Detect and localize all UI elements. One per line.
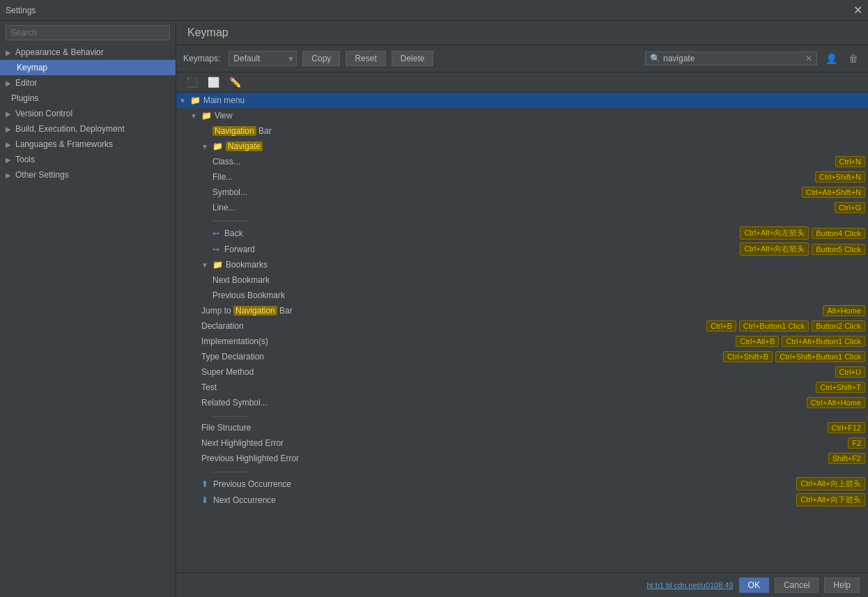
tree-label-prev-highlighted-error: Previous Highlighted Error <box>201 453 299 463</box>
shortcut-badge-decl-2: Ctrl+Button1 Click <box>739 320 809 332</box>
shortcut-badge-nexterr-1: F2 <box>848 437 865 449</box>
clear-search-icon[interactable]: ✕ <box>805 54 812 63</box>
tree-cell-line: Line... <box>212 203 835 212</box>
tree-label-test: Test <box>201 382 217 392</box>
expand-all-button[interactable]: ⬛ <box>183 75 201 89</box>
tree-shortcut-related-symbol: Ctrl+Alt+Home <box>807 397 865 408</box>
tree-row-symbol[interactable]: Symbol... Ctrl+Alt+Shift+N <box>176 185 868 200</box>
panel-title: Keymap <box>176 21 868 45</box>
tree-row-sep2: -------------- <box>176 410 868 420</box>
tree-label-declaration: Declaration <box>201 321 244 331</box>
expand-arrow-view: ▼ <box>190 112 197 120</box>
help-button[interactable]: Help <box>824 577 860 593</box>
collapse-all-button[interactable]: ⬜ <box>205 75 222 89</box>
tree-row-navigation-bar[interactable]: Navigation Bar <box>176 123 868 139</box>
keymap-icon-row: ⬛ ⬜ ✏️ <box>176 72 868 93</box>
tree-shortcut-file: Ctrl+Shift+N <box>815 171 865 183</box>
sidebar-item-editor[interactable]: ▶ Editor <box>0 75 176 91</box>
search-input[interactable] <box>663 54 803 63</box>
tree-row-file[interactable]: File... Ctrl+Shift+N <box>176 169 868 185</box>
tree-row-file-structure[interactable]: File Structure Ctrl+F12 <box>176 420 868 435</box>
edit-shortcut-button[interactable]: ✏️ <box>226 75 244 89</box>
shortcut-badge-prevocc-1: Ctrl+Alt+向上箭头 <box>796 477 865 490</box>
tree-row-prev-bookmark[interactable]: Previous Bookmark <box>176 288 868 303</box>
tree-row-implementation[interactable]: Implementation(s) Ctrl+Alt+B Ctrl+Alt+Bu… <box>176 334 868 349</box>
main-panel: Keymap Keymaps: Default Eclipse Emacs Ne… <box>176 21 868 597</box>
sidebar-item-build[interactable]: ▶ Build, Execution, Deployment <box>0 121 176 137</box>
shortcut-badge-decl-1: Ctrl+B <box>706 320 736 332</box>
sidebar-item-tools[interactable]: ▶ Tools <box>0 152 176 167</box>
shortcut-badge-class-1: Ctrl+N <box>835 156 865 167</box>
tree-shortcut-declaration: Ctrl+B Ctrl+Button1 Click Button2 Click <box>706 320 865 332</box>
tree-label-implementation: Implementation(s) <box>201 336 268 346</box>
folder-icon-main-menu: 📁 <box>190 95 201 105</box>
tree-cell-related-symbol: Related Symbol... <box>201 398 807 408</box>
sidebar-label-version-control: Version Control <box>15 109 170 118</box>
tree-shortcut-test: Ctrl+Shift+T <box>816 382 865 393</box>
keymap-select[interactable]: Default Eclipse Emacs NetBeans Visual St… <box>228 51 297 66</box>
shortcut-badge-symbol-1: Ctrl+Alt+Shift+N <box>802 187 865 198</box>
tree-label-forward: Forward <box>224 245 255 254</box>
tree-row-related-symbol[interactable]: Related Symbol... Ctrl+Alt+Home <box>176 395 868 410</box>
tree-row-type-declaration[interactable]: Type Declaration Ctrl+Shift+B Ctrl+Shift… <box>176 349 868 364</box>
sidebar-item-version-control[interactable]: ▶ Version Control <box>0 106 176 121</box>
tree-row-line[interactable]: Line... Ctrl+G <box>176 200 868 215</box>
shortcut-badge-preverr-1: Shift+F2 <box>828 453 865 464</box>
shortcut-badge-back-2: Button4 Click <box>812 228 865 239</box>
sidebar-item-appearance[interactable]: ▶ Appearance & Behavior <box>0 45 176 60</box>
sidebar-label-appearance: Appearance & Behavior <box>15 47 170 57</box>
sidebar-item-languages[interactable]: ▶ Languages & Frameworks <box>0 137 176 152</box>
delete-icon[interactable]: 🗑 <box>846 52 861 65</box>
sidebar-item-keymap[interactable]: Keymap <box>0 60 176 75</box>
sidebar: ▶ Appearance & Behavior Keymap ▶ Editor … <box>0 21 176 597</box>
sidebar-label-editor: Editor <box>15 78 170 88</box>
tree-label-line: Line... <box>212 203 235 212</box>
tree-container: ▼ 📁 Main menu ▼ 📁 View Nav <box>176 93 868 573</box>
back-icon: ↩ <box>212 228 219 238</box>
ok-button[interactable]: OK <box>739 577 769 593</box>
sidebar-label-plugins: Plugins <box>11 93 170 103</box>
tree-row-class[interactable]: Class... Ctrl+N <box>176 154 868 169</box>
tree-shortcut-type-declaration: Ctrl+Shift+B Ctrl+Shift+Button1 Click <box>723 351 865 362</box>
tree-row-back[interactable]: ↩ Back Ctrl+Alt+向左箭头 Button4 Click <box>176 225 868 241</box>
tree-row-next-occurrence[interactable]: ⬇ Next Occurrence Ctrl+Alt+向下箭头 <box>176 492 868 508</box>
tree-shortcut-next-occurrence: Ctrl+Alt+向下箭头 <box>796 493 865 506</box>
delete-button[interactable]: Delete <box>392 51 434 66</box>
tree-row-jump-nav[interactable]: Jump to Navigation Bar Alt+Home <box>176 303 868 318</box>
copy-button[interactable]: Copy <box>302 51 340 66</box>
tree-row-prev-occurrence[interactable]: ⬆ Previous Occurrence Ctrl+Alt+向上箭头 <box>176 476 868 492</box>
tree-row-next-bookmark[interactable]: Next Bookmark <box>176 272 868 288</box>
shortcut-badge-impl-2: Ctrl+Alt+Button1 Click <box>782 336 865 347</box>
close-button[interactable]: ✕ <box>853 3 862 17</box>
tree-row-declaration[interactable]: Declaration Ctrl+B Ctrl+Button1 Click Bu… <box>176 318 868 334</box>
sidebar-search-input[interactable] <box>6 25 170 40</box>
tree-shortcut-prev-highlighted-error: Shift+F2 <box>828 453 865 464</box>
tree-label-next-bookmark: Next Bookmark <box>212 275 270 285</box>
sidebar-label-keymap: Keymap <box>17 63 170 72</box>
tree-shortcut-super-method: Ctrl+U <box>835 366 865 378</box>
tree-label-next-highlighted-error: Next Highlighted Error <box>201 438 284 448</box>
user-icon[interactable]: 👤 <box>823 52 840 65</box>
tree-row-bookmarks[interactable]: ▼ 📁 Bookmarks <box>176 257 868 272</box>
tree-row-forward[interactable]: ↪ Forward Ctrl+Alt+向右箭头 Button5 Click <box>176 241 868 257</box>
tree-row-main-menu[interactable]: ▼ 📁 Main menu <box>176 93 868 108</box>
sidebar-item-other[interactable]: ▶ Other Settings <box>0 167 176 183</box>
tree-row-test[interactable]: Test Ctrl+Shift+T <box>176 380 868 395</box>
tree-label-symbol: Symbol... <box>212 187 247 197</box>
tree-row-prev-highlighted-error[interactable]: Previous Highlighted Error Shift+F2 <box>176 451 868 466</box>
tree-row-sep3: -------------- <box>176 466 868 476</box>
tree-shortcut-line: Ctrl+G <box>835 202 865 213</box>
tree-cell-prev-highlighted-error: Previous Highlighted Error <box>201 453 828 463</box>
tree-row-next-highlighted-error[interactable]: Next Highlighted Error F2 <box>176 435 868 451</box>
sidebar-item-plugins[interactable]: Plugins <box>0 91 176 106</box>
tree-label-type-declaration: Type Declaration <box>201 352 264 362</box>
tree-row-super-method[interactable]: Super Method Ctrl+U <box>176 364 868 380</box>
reset-button[interactable]: Reset <box>346 51 385 66</box>
tree-cell-implementation: Implementation(s) <box>201 336 736 346</box>
extra-text: ht b1 bl cdn.net/u0108 49 <box>646 581 733 589</box>
tree-row-view[interactable]: ▼ 📁 View <box>176 108 868 123</box>
bottom-bar: ht b1 bl cdn.net/u0108 49 OK Cancel Help <box>176 573 868 597</box>
tree-row-navigate[interactable]: ▼ 📁 Navigate <box>176 139 868 154</box>
cancel-button[interactable]: Cancel <box>775 577 819 593</box>
folder-icon-view: 📁 <box>201 111 212 121</box>
